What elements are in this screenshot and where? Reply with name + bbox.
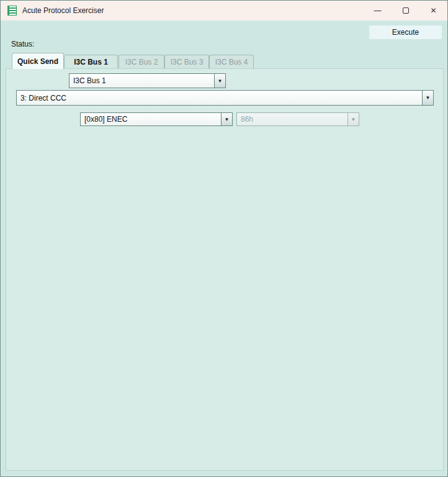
- app-window: Acute Protocol Exerciser — ✕ Execute Sta…: [0, 0, 448, 477]
- tab-page: [6, 68, 444, 471]
- chevron-down-icon[interactable]: ▼: [214, 74, 225, 88]
- ccc-code-value: 86h: [237, 113, 347, 125]
- title-bar: Acute Protocol Exerciser — ✕: [1, 1, 447, 20]
- close-icon[interactable]: ✕: [419, 1, 447, 20]
- tab-i3c-bus-1[interactable]: I3C Bus 1: [64, 55, 118, 69]
- window-controls: — ✕: [364, 1, 447, 20]
- window-title: Acute Protocol Exerciser: [22, 6, 104, 15]
- execute-button[interactable]: Execute: [369, 25, 442, 39]
- app-icon: [7, 6, 17, 16]
- tab-i3c-bus-4: I3C Bus 4: [209, 55, 254, 69]
- command-value: 3: Direct CCC: [17, 91, 422, 105]
- direct-ccc-value: [0x80] ENEC: [81, 113, 221, 125]
- tab-i3c-bus-2: I3C Bus 2: [119, 55, 164, 69]
- tab-i3c-bus-3: I3C Bus 3: [164, 55, 209, 69]
- command-combobox[interactable]: 3: Direct CCC ▼: [16, 90, 434, 106]
- direct-ccc-combobox[interactable]: [0x80] ENEC ▼: [80, 112, 233, 126]
- select-bus-combobox[interactable]: I3C Bus 1 ▼: [69, 73, 226, 88]
- chevron-down-icon[interactable]: ▼: [221, 113, 232, 125]
- status-label: Status:: [11, 40, 34, 48]
- maximize-icon[interactable]: [392, 1, 419, 20]
- tab-quick-send[interactable]: Quick Send: [12, 53, 64, 69]
- ccc-code-combobox: 86h ▼: [236, 112, 359, 126]
- select-bus-value: I3C Bus 1: [69, 74, 214, 88]
- chevron-down-icon[interactable]: ▼: [422, 91, 433, 105]
- minimize-icon[interactable]: —: [364, 1, 392, 20]
- chevron-down-icon: ▼: [347, 113, 359, 125]
